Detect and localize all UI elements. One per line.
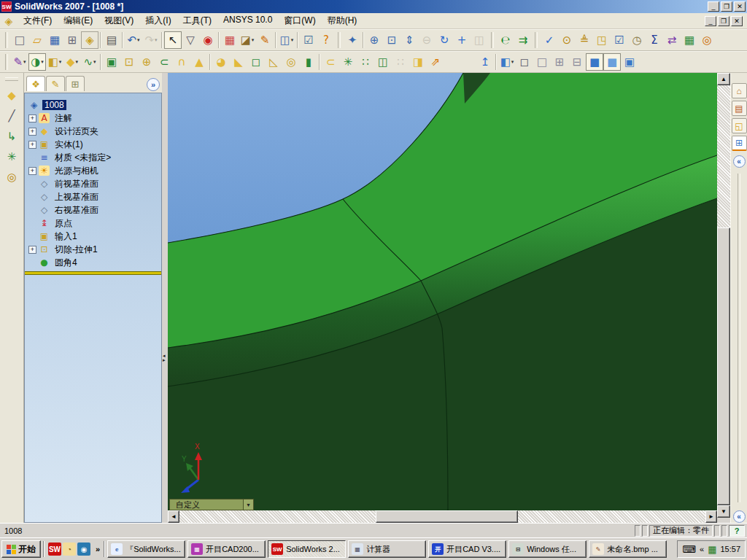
restore-button[interactable]: ❐ xyxy=(721,1,732,12)
scroll-up-icon[interactable]: ▲ xyxy=(717,73,730,85)
scroll-right-icon[interactable]: ► xyxy=(705,510,717,523)
extrude-cut-button[interactable]: ⊡ xyxy=(120,53,138,71)
network-status-icon[interactable]: ▦ xyxy=(708,545,716,554)
tree-item-front-plane[interactable]: + ◇ 前视基准面 xyxy=(25,177,161,190)
taskpane-design-library-tab[interactable]: ▤ xyxy=(732,101,747,116)
task-kmcad-2006[interactable]: ▦ 开目CAD200... xyxy=(187,540,266,558)
rib-button[interactable]: ▮ xyxy=(300,53,317,71)
reference-plane-tool[interactable]: ◆ xyxy=(3,87,20,104)
minimize-button[interactable]: _ xyxy=(708,1,719,12)
revolve-button[interactable]: ⊕ xyxy=(138,53,155,71)
zoom-inout-button[interactable]: ⇕ xyxy=(400,31,418,49)
expand-plus-icon[interactable]: + xyxy=(28,246,36,254)
loft-button[interactable]: ∩ xyxy=(173,53,190,71)
3d-sketch-button[interactable]: ◑ ▾ xyxy=(28,53,46,71)
realview-button[interactable]: ▣ xyxy=(621,53,638,71)
tree-item-right-plane[interactable]: + ◇ 右视基准面 xyxy=(25,203,161,217)
hscroll-thumb[interactable] xyxy=(376,510,518,523)
mass-properties-button[interactable]: ≜ xyxy=(576,31,593,49)
combobox-dropdown-icon[interactable]: ▼ xyxy=(243,499,253,510)
expand-panel-button[interactable]: » xyxy=(147,78,160,91)
collapse-taskpane-button-lower[interactable]: « xyxy=(733,510,746,523)
file-properties-button[interactable]: ◳ xyxy=(593,31,611,49)
tree-item-fillet4[interactable]: + ● 圆角4 xyxy=(25,256,161,269)
panel-splitter[interactable]: ◂▸ xyxy=(162,73,168,523)
tree-item-design-binder[interactable]: + ◆ 设计活页夹 xyxy=(25,125,161,138)
menu-insert[interactable]: 插入(I) xyxy=(139,13,177,28)
measure-button[interactable]: ⊙ xyxy=(558,31,576,49)
hidden-lines-visible-button[interactable]: ⊞ xyxy=(551,53,568,71)
splitter-handle-icon[interactable]: ◂▸ xyxy=(163,354,166,362)
move-face-button[interactable]: ⇗ xyxy=(427,53,444,71)
chamfer-button[interactable]: ◣ xyxy=(230,53,247,71)
make-drawing-button[interactable]: ⊞ xyxy=(63,31,81,49)
toolbar-grip[interactable] xyxy=(5,77,18,81)
close-button[interactable]: ✕ xyxy=(734,1,746,12)
menu-edit[interactable]: 编辑(E) xyxy=(58,13,98,28)
flex-button[interactable]: ✳ xyxy=(339,53,357,71)
make-assembly-button[interactable]: ◈ xyxy=(81,31,98,49)
pan-button[interactable]: + xyxy=(453,31,471,49)
normal-to-button[interactable]: ↥ xyxy=(476,53,494,71)
open-file-button[interactable]: ▱ xyxy=(28,31,46,49)
reference-axis-tool[interactable]: ╱ xyxy=(3,107,20,125)
fillet-button[interactable]: ◕ xyxy=(212,53,230,71)
task-solidworks-help[interactable]: e 『SolidWorks... xyxy=(107,540,185,558)
start-button[interactable]: 开始 xyxy=(1,540,41,558)
ime-keyboard-icon[interactable]: ⌨ xyxy=(682,545,696,554)
selection-filter-button[interactable]: ▽ xyxy=(182,31,199,49)
rotate-view-button[interactable]: ↻ xyxy=(436,31,453,49)
graphics-viewport[interactable]: X Y 自定义 ▼ xyxy=(168,73,717,510)
taskpane-home-tab[interactable]: ⌂ xyxy=(732,83,747,98)
wrap-button[interactable]: ⊂ xyxy=(322,53,339,71)
menu-tools[interactable]: 工具(T) xyxy=(177,13,217,28)
tree-item-lights-cameras[interactable]: + ☀ 光源与相机 xyxy=(25,164,161,177)
extrude-boss-button[interactable]: ▣ xyxy=(103,53,120,71)
tree-item-1008[interactable]: + ◈ 1008 xyxy=(25,98,161,112)
edrawings-animate-button[interactable]: ℮ xyxy=(497,31,514,49)
dome-button[interactable]: ▲ xyxy=(190,53,208,71)
hidden-lines-removed-button[interactable]: □ xyxy=(533,53,551,71)
edit-color-button[interactable]: ▦ xyxy=(221,31,239,49)
help-button[interactable]: ? xyxy=(317,31,335,49)
combine-button[interactable]: ◨ xyxy=(409,53,427,71)
sketch-button[interactable]: ✎ ▾ xyxy=(11,53,28,71)
zoom-area-button[interactable]: ⊡ xyxy=(383,31,400,49)
ql-edrawings[interactable]: ◔ xyxy=(63,542,76,556)
redo-button[interactable]: ↷ ▾ xyxy=(142,31,160,49)
tree-item-solid-bodies[interactable]: + ▣ 实体(1) xyxy=(25,138,161,151)
reference-plane-button[interactable]: ◆ ▾ xyxy=(63,53,81,71)
shell-button[interactable]: ◻ xyxy=(247,53,265,71)
sketch-tools-button[interactable]: ◧ ▾ xyxy=(46,53,63,71)
coordinate-system-tool[interactable]: ↳ xyxy=(3,128,20,145)
tab-configurationmanager[interactable]: ⊞ xyxy=(66,76,85,91)
equations-button[interactable]: Σ xyxy=(646,31,663,49)
child-close-button[interactable]: ✕ xyxy=(731,16,743,26)
view-orientation-button[interactable]: ✦ xyxy=(344,31,361,49)
select-button[interactable]: ↖ xyxy=(164,31,182,49)
expand-plus-icon[interactable]: + xyxy=(28,167,36,175)
performance-button[interactable]: ◷ xyxy=(628,31,646,49)
menu-help[interactable]: 帮助(H) xyxy=(322,13,363,28)
task-kmcad-v3[interactable]: 开 开目CAD V3.... xyxy=(428,540,506,558)
taskpane-file-explorer-tab[interactable]: ◱ xyxy=(732,118,747,133)
undo-button[interactable]: ↶ ▾ xyxy=(125,31,142,49)
taskpane-view-palette-tab[interactable]: ⊞ xyxy=(732,136,747,151)
rebuild-button[interactable]: ◉ xyxy=(199,31,217,49)
ql-solidworks[interactable]: SW xyxy=(48,542,61,556)
texture-button[interactable]: ◪ ▾ xyxy=(239,31,256,49)
curve-button[interactable]: ∿ ▾ xyxy=(81,53,98,71)
tree-item-imported1[interactable]: + ▣ 输入1 xyxy=(25,230,161,243)
no-edges-button[interactable]: ⊟ xyxy=(568,53,586,71)
wireframe-button[interactable]: ◻ xyxy=(516,53,533,71)
tab-propertymanager[interactable]: ✎ xyxy=(46,76,65,91)
shaded-button[interactable]: ■ xyxy=(603,53,621,71)
appearance-wizard-button[interactable]: ◎ xyxy=(698,31,716,49)
scroll-down-icon[interactable]: ▼ xyxy=(717,505,730,518)
tree-item-material[interactable]: + ≡ 材质 <未指定> xyxy=(25,151,161,164)
sweep-button[interactable]: ⊂ xyxy=(155,53,173,71)
status-help-icon[interactable]: ? xyxy=(729,525,745,537)
vertical-scrollbar[interactable]: ▲ ▼ xyxy=(717,73,730,518)
title-bar[interactable]: SW SolidWorks 2007 - [1008 *] _ ❐ ✕ xyxy=(0,0,747,13)
view-scale-combobox[interactable]: 自定义 ▼ xyxy=(169,499,254,510)
